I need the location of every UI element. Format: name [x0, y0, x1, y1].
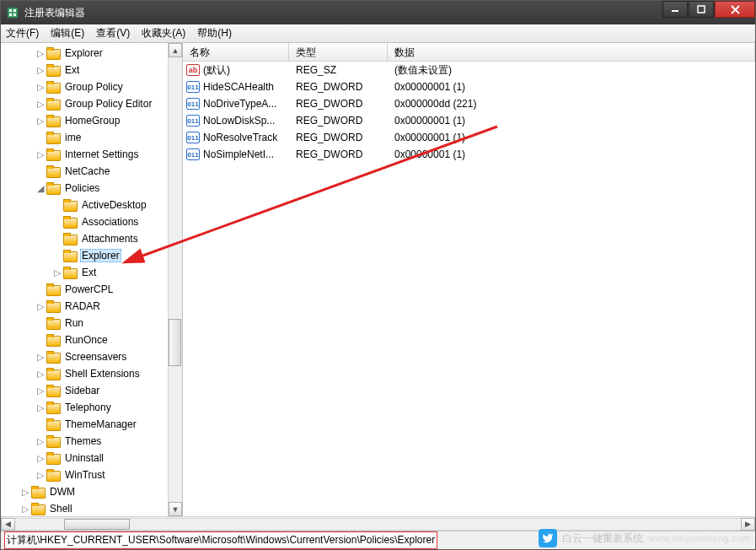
- tree-label[interactable]: Attachments: [80, 233, 140, 245]
- expand-icon[interactable]: ▷: [35, 453, 46, 464]
- menu-favorites[interactable]: 收藏夹(A): [142, 26, 185, 40]
- value-row[interactable]: 011NoLowDiskSp...REG_DWORD0x00000001 (1): [183, 112, 755, 129]
- tree-label[interactable]: Uninstall: [63, 452, 105, 464]
- tree-label[interactable]: WinTrust: [63, 469, 107, 481]
- tree-item[interactable]: ◢Policies: [1, 180, 182, 197]
- tree-label[interactable]: Group Policy Editor: [63, 98, 153, 110]
- expand-icon[interactable]: ▷: [19, 487, 31, 498]
- hscroll-thumb[interactable]: [64, 519, 130, 530]
- tree-item[interactable]: ▷HomeGroup: [1, 112, 182, 129]
- scroll-down-arrow-icon[interactable]: ▼: [169, 502, 182, 516]
- value-row[interactable]: 011NoSimpleNetI...REG_DWORD0x00000001 (1…: [183, 146, 755, 163]
- tree-label[interactable]: DWM: [48, 486, 77, 498]
- tree-label[interactable]: RADAR: [63, 300, 102, 312]
- expand-icon[interactable]: ◢: [35, 183, 46, 194]
- tree-label[interactable]: Shell Extensions: [63, 368, 142, 380]
- tree-item[interactable]: ▷Group Policy Editor: [1, 95, 182, 112]
- registry-tree[interactable]: ▷Explorer▷Ext▷Group Policy▷Group Policy …: [1, 43, 182, 516]
- tree-item[interactable]: Explorer: [1, 247, 182, 264]
- tree-label[interactable]: Internet Settings: [63, 148, 140, 160]
- menu-help[interactable]: 帮助(H): [197, 26, 232, 40]
- expand-icon[interactable]: ▷: [35, 402, 46, 413]
- tree-label[interactable]: Telephony: [63, 402, 113, 413]
- tree-item[interactable]: Run: [1, 315, 182, 332]
- expand-icon[interactable]: ▷: [35, 82, 46, 93]
- tree-label[interactable]: Screensavers: [63, 351, 128, 363]
- expand-icon[interactable]: ▷: [35, 116, 46, 127]
- value-row[interactable]: 011NoDriveTypeA...REG_DWORD0x000000dd (2…: [183, 95, 755, 112]
- tree-item[interactable]: ime: [1, 129, 182, 146]
- tree-item[interactable]: ▷Ext: [1, 62, 182, 78]
- scroll-up-arrow-icon[interactable]: ▲: [169, 43, 182, 57]
- expand-icon[interactable]: ▷: [35, 149, 46, 160]
- tree-label[interactable]: ime: [63, 132, 83, 143]
- tree-item[interactable]: ▷Uninstall: [1, 450, 182, 466]
- tree-label[interactable]: NetCache: [63, 165, 111, 177]
- tree-label[interactable]: ThemeManager: [63, 418, 138, 430]
- menu-file[interactable]: 文件(F): [6, 26, 39, 40]
- tree-item[interactable]: ▷Ext: [1, 264, 182, 281]
- expand-icon[interactable]: ▷: [35, 301, 46, 312]
- tree-label[interactable]: Run: [63, 317, 85, 329]
- tree-item[interactable]: ActiveDesktop: [1, 197, 182, 213]
- expand-icon[interactable]: ▷: [19, 504, 31, 515]
- tree-label[interactable]: HomeGroup: [63, 115, 121, 127]
- tree-item[interactable]: ▷Themes: [1, 433, 182, 450]
- tree-label[interactable]: PowerCPL: [63, 283, 115, 295]
- value-row[interactable]: 011HideSCAHealthREG_DWORD0x00000001 (1): [183, 78, 755, 95]
- tree-item[interactable]: Attachments: [1, 230, 182, 247]
- value-row[interactable]: 011NoResolveTrackREG_DWORD0x00000001 (1): [183, 129, 755, 146]
- tree-label[interactable]: Shell: [48, 503, 74, 515]
- tree-item[interactable]: ▷Shell Extensions: [1, 365, 182, 382]
- tree-item[interactable]: ▷Sidebar: [1, 382, 182, 399]
- expand-icon[interactable]: ▷: [35, 386, 46, 396]
- value-row[interactable]: ab(默认)REG_SZ(数值未设置): [183, 62, 755, 78]
- tree-item[interactable]: ▷Group Policy: [1, 78, 182, 95]
- tree-label[interactable]: Explorer: [80, 249, 121, 262]
- maximize-button[interactable]: [689, 1, 714, 18]
- scroll-thumb[interactable]: [169, 319, 181, 366]
- tree-item[interactable]: PowerCPL: [1, 281, 182, 298]
- expand-icon[interactable]: ▷: [35, 48, 46, 59]
- tree-item[interactable]: RunOnce: [1, 332, 182, 348]
- minimize-button[interactable]: [662, 1, 688, 18]
- titlebar[interactable]: 注册表编辑器: [1, 1, 755, 24]
- expand-icon[interactable]: ▷: [35, 99, 46, 110]
- tree-item[interactable]: ▷Internet Settings: [1, 146, 182, 163]
- tree-item[interactable]: Associations: [1, 213, 182, 230]
- tree-item[interactable]: ▷WinTrust: [1, 466, 182, 483]
- expand-icon[interactable]: ▷: [35, 352, 46, 363]
- expand-icon[interactable]: ▷: [51, 267, 63, 278]
- menu-view[interactable]: 查看(V): [96, 26, 130, 40]
- expand-icon[interactable]: ▷: [35, 470, 46, 481]
- tree-item[interactable]: ▷Screensavers: [1, 348, 182, 365]
- tree-label[interactable]: Group Policy: [63, 81, 125, 93]
- scroll-left-arrow-icon[interactable]: ◀: [1, 518, 15, 531]
- tree-label[interactable]: Associations: [80, 216, 140, 228]
- tree-item[interactable]: ▷Telephony: [1, 399, 182, 416]
- column-data[interactable]: 数据: [388, 43, 755, 61]
- scroll-track[interactable]: [169, 57, 182, 502]
- close-button[interactable]: [715, 1, 755, 18]
- tree-item[interactable]: ▷DWM: [1, 483, 182, 500]
- tree-item[interactable]: ▷RADAR: [1, 298, 182, 315]
- tree-item[interactable]: ▷Explorer: [1, 45, 182, 62]
- tree-label[interactable]: Explorer: [63, 47, 105, 59]
- tree-label[interactable]: ActiveDesktop: [80, 199, 148, 211]
- values-list[interactable]: ab(默认)REG_SZ(数值未设置)011HideSCAHealthREG_D…: [183, 62, 755, 163]
- tree-item[interactable]: ThemeManager: [1, 416, 182, 433]
- menu-edit[interactable]: 编辑(E): [51, 26, 84, 40]
- tree-item[interactable]: NetCache: [1, 163, 182, 180]
- tree-label[interactable]: Ext: [80, 267, 98, 278]
- tree-label[interactable]: Sidebar: [63, 385, 101, 396]
- tree-label[interactable]: Ext: [63, 64, 81, 76]
- expand-icon[interactable]: ▷: [35, 369, 46, 380]
- tree-label[interactable]: RunOnce: [63, 334, 110, 346]
- tree-label[interactable]: Policies: [63, 182, 101, 194]
- tree-item[interactable]: ▷Shell: [1, 500, 182, 516]
- column-type[interactable]: 类型: [289, 43, 388, 61]
- expand-icon[interactable]: ▷: [35, 65, 46, 76]
- tree-vertical-scrollbar[interactable]: ▲ ▼: [168, 43, 182, 516]
- expand-icon[interactable]: ▷: [35, 436, 46, 447]
- column-name[interactable]: 名称: [183, 43, 289, 61]
